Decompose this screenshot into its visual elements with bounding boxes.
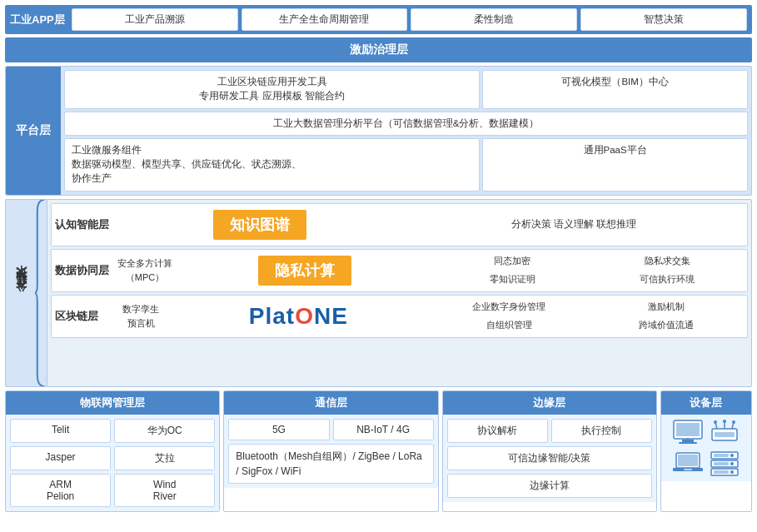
router-svg xyxy=(709,419,740,445)
platform-layer: 平台层 工业区块链应用开发工具 专用研发工具 应用模板 智能合约 可视化模型（B… xyxy=(5,66,752,196)
platform-cell-dev-tools: 工业区块链应用开发工具 专用研发工具 应用模板 智能合约 xyxy=(64,70,480,109)
app-layer-row: 工业APP层 工业产品溯源 生产全生命周期管理 柔性制造 智慧决策 xyxy=(5,5,752,34)
blockchain-oracle: 预言机 xyxy=(127,316,155,331)
app-layer-items: 工业产品溯源 生产全生命周期管理 柔性制造 智慧决策 xyxy=(72,8,747,31)
bottom-layers: 物联网管理层 Telit 华为OC Jasper 艾拉 ARM Pelion W… xyxy=(5,390,752,512)
comm-5g: 5G xyxy=(228,419,329,440)
iot-huawei: 华为OC xyxy=(114,419,215,443)
iot-aila: 艾拉 xyxy=(114,446,215,470)
distributed-content: 认知智能层 知识图谱 分析决策 语义理解 联想推理 数据协同层 安全多方计算 （… xyxy=(47,199,752,387)
edge-protocol: 协议解析 xyxy=(447,419,548,443)
cognitive-layer-right: 分析决策 语义理解 联想推理 xyxy=(404,207,744,242)
edge-row1: 协议解析 执行控制 xyxy=(447,419,652,443)
platform-label: 平台层 xyxy=(6,67,61,195)
edge-computing: 边缘计算 xyxy=(447,474,652,498)
blockchain-right-2: 激励机制 xyxy=(588,299,744,316)
data-sync-center: 隐私计算 xyxy=(177,253,433,288)
platone-plat: Plat xyxy=(249,303,295,329)
incentive-layer: 激励治理层 xyxy=(5,37,752,62)
blockchain-layer-title: 区块链层 xyxy=(55,299,113,334)
svg-rect-14 xyxy=(678,455,698,466)
blockchain-platone: PlatONE xyxy=(168,299,429,334)
data-sync-right-4: 可信执行环境 xyxy=(590,271,744,288)
svg-rect-16 xyxy=(684,469,692,470)
platform-content: 工业区块链应用开发工具 专用研发工具 应用模板 智能合约 可视化模型（BIM）中… xyxy=(61,67,751,195)
data-sync-right-2: 隐私求交集 xyxy=(590,253,744,270)
comm-layer: 通信层 5G NB-IoT / 4G Bluetooth（Mesh自组网）/ Z… xyxy=(223,390,438,512)
device-icon-router xyxy=(709,419,740,445)
platform-cell-bim: 可视化模型（BIM）中心 xyxy=(482,70,748,109)
distributed-block: 分布式认知技术 认知智能层 知识图谱 分析决策 语义理解 联想推理 数据协同层 xyxy=(5,199,752,387)
iot-grid: Telit 华为OC Jasper 艾拉 ARM Pelion Wind Riv… xyxy=(10,419,215,507)
edge-intelligent: 可信边缘智能/决策 xyxy=(447,446,652,470)
platform-row2: 工业大数据管理分析平台（可信数据管理&分析、数据建模） xyxy=(64,112,748,136)
svg-rect-2 xyxy=(679,442,697,444)
distributed-label-col: 分布式认知技术 xyxy=(5,199,35,387)
platform-row3: 工业微服务组件 数据驱动模型、模型共享、供应链优化、状态溯源、 协作生产 通用P… xyxy=(64,138,748,191)
iot-layer-body: Telit 华为OC Jasper 艾拉 ARM Pelion Wind Riv… xyxy=(6,415,219,511)
blockchain-right-4: 跨域价值流通 xyxy=(588,317,744,334)
iot-layer-header: 物联网管理层 xyxy=(6,391,219,415)
blockchain-right-1: 企业数字身份管理 xyxy=(431,299,587,316)
cognitive-layer-center: 知识图谱 xyxy=(118,207,401,242)
app-item-1: 工业产品溯源 xyxy=(72,8,238,31)
app-item-2: 生产全生命周期管理 xyxy=(242,8,408,31)
data-sync-layer-title: 数据协同层 xyxy=(55,253,113,288)
iot-layer: 物联网管理层 Telit 华为OC Jasper 艾拉 ARM Pelion W… xyxy=(5,390,220,512)
knowledge-graph-box: 知识图谱 xyxy=(213,210,306,240)
data-sync-right: 同态加密 隐私求交集 零知识证明 可信执行环境 xyxy=(436,253,744,288)
svg-rect-25 xyxy=(714,470,729,474)
svg-rect-24 xyxy=(714,462,729,465)
platform-row1: 工业区块链应用开发工具 专用研发工具 应用模板 智能合约 可视化模型（BIM）中… xyxy=(64,70,748,109)
cognitive-layer-row: 认知智能层 知识图谱 分析决策 语义理解 联想推理 xyxy=(51,203,748,246)
comm-layer-body: 5G NB-IoT / 4G Bluetooth（Mesh自组网）/ ZigBe… xyxy=(224,415,437,488)
blockchain-layer-row: 区块链层 数字孪生 预言机 PlatONE 企业数字身份管理 激励机制 自组织管… xyxy=(51,295,748,338)
svg-point-20 xyxy=(730,454,734,457)
iot-arm: ARM Pelion xyxy=(10,474,111,507)
comm-bluetooth: Bluetooth（Mesh自组网）/ ZigBee / LoRa / SigF… xyxy=(228,444,433,484)
device-icons-grid xyxy=(672,419,740,477)
app-layer-label: 工业APP层 xyxy=(10,8,65,31)
svg-point-22 xyxy=(730,470,734,474)
edge-layer-header: 边缘层 xyxy=(443,391,656,415)
svg-rect-1 xyxy=(682,440,694,442)
app-item-3: 柔性制造 xyxy=(411,8,577,31)
svg-point-9 xyxy=(714,420,717,424)
distributed-label-text: 分布式认知技术 xyxy=(13,284,28,301)
svg-point-11 xyxy=(732,420,735,424)
laptop-svg xyxy=(672,450,704,477)
server-svg xyxy=(709,450,740,477)
device-icon-monitor xyxy=(672,419,704,445)
svg-point-10 xyxy=(723,420,726,423)
platone-NE: NE xyxy=(314,303,348,329)
svg-point-21 xyxy=(730,462,734,465)
data-sync-right-3: 零知识证明 xyxy=(436,271,589,288)
platone-O: O xyxy=(295,303,314,329)
brace-svg xyxy=(35,200,47,386)
iot-windriver: Wind River xyxy=(114,474,215,507)
cognitive-layer-title: 认知智能层 xyxy=(55,207,113,242)
device-layer-body xyxy=(661,415,751,481)
device-icon-server xyxy=(709,450,740,477)
svg-rect-23 xyxy=(714,454,729,457)
platform-cell-microservice: 工业微服务组件 数据驱动模型、模型共享、供应链优化、状态溯源、 协作生产 xyxy=(64,138,480,191)
device-layer: 设备层 xyxy=(660,390,752,512)
edge-layer: 边缘层 协议解析 执行控制 可信边缘智能/决策 边缘计算 xyxy=(442,390,657,512)
blockchain-digital-twin: 数字孪生 xyxy=(122,302,159,316)
platform-cell-paas: 通用PaaS平台 xyxy=(482,138,748,191)
blockchain-layer-left: 数字孪生 预言机 xyxy=(116,299,166,334)
comm-row1: 5G NB-IoT / 4G xyxy=(228,419,433,440)
iot-jasper: Jasper xyxy=(10,446,111,470)
privacy-computing-box: 隐私计算 xyxy=(258,256,351,286)
blockchain-right-3: 自组织管理 xyxy=(431,317,587,334)
app-item-4: 智慧决策 xyxy=(580,8,747,31)
data-sync-mpc: 安全多方计算 （MPC） xyxy=(116,253,174,288)
main-wrapper: 工业APP层 工业产品溯源 生产全生命周期管理 柔性制造 智慧决策 激励治理层 … xyxy=(0,0,757,517)
data-sync-layer-row: 数据协同层 安全多方计算 （MPC） 隐私计算 同态加密 隐私求交集 零知识证明… xyxy=(51,249,748,292)
platform-cell-bigdata: 工业大数据管理分析平台（可信数据管理&分析、数据建模） xyxy=(64,112,748,136)
iot-telit: Telit xyxy=(10,419,111,443)
svg-rect-3 xyxy=(676,423,700,436)
brace-col xyxy=(35,199,47,387)
blockchain-right: 企业数字身份管理 激励机制 自组织管理 跨域价值流通 xyxy=(431,299,744,334)
platone-logo: PlatONE xyxy=(249,303,348,330)
